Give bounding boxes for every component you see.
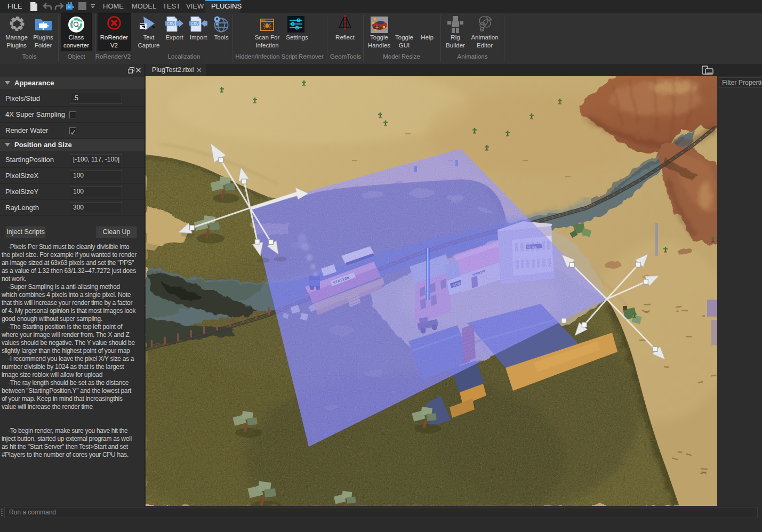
svg-text:CSV: CSV bbox=[191, 22, 199, 26]
svg-text:CSV: CSV bbox=[167, 22, 175, 26]
